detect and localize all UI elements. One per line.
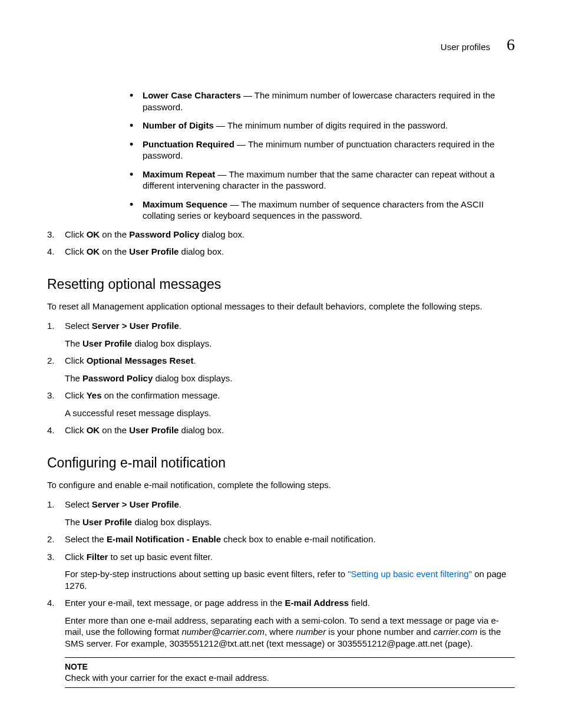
step-bold: OK — [87, 246, 100, 256]
step-bold: Yes — [87, 390, 102, 400]
step-text: The — [65, 373, 82, 383]
bullet-item: Maximum Repeat — The maximum number that… — [130, 169, 515, 192]
step-bold: Optional Messages Reset — [87, 355, 194, 365]
step-bold: User Profile — [82, 338, 132, 348]
step-text: on the — [100, 229, 129, 239]
step-text: dialog box. — [178, 246, 224, 256]
step-item: Enter your e-mail, text message, or page… — [47, 597, 515, 688]
step-sub: The User Profile dialog box displays. — [65, 338, 515, 350]
step-bold: Filter — [87, 552, 108, 562]
step-italic: carrier.com — [434, 627, 477, 637]
reset-steps: Select Server > User Profile. The User P… — [47, 320, 515, 436]
step-sub: For step-by-step instructions about sett… — [65, 568, 515, 591]
note-block: NOTE Check with your carrier for the exa… — [65, 657, 515, 688]
step-item: Click OK on the User Profile dialog box. — [47, 246, 515, 258]
bullet-term: Lower Case Characters — [143, 90, 241, 100]
step-text: dialog box. — [178, 425, 224, 435]
bullet-item: Number of Digits — The minimum number of… — [130, 120, 515, 131]
step-italic: number@carrier.com — [181, 627, 265, 637]
bullet-desc: — The minimum number of digits required … — [214, 120, 448, 130]
step-text: The — [65, 338, 82, 348]
step-bold: E-mail Address — [285, 598, 349, 608]
step-text: Select — [65, 499, 92, 509]
email-steps: Select Server > User Profile. The User P… — [47, 499, 515, 688]
note-label: NOTE — [65, 661, 515, 672]
step-text: dialog box displays. — [153, 373, 232, 383]
bullet-item: Lower Case Characters — The minimum numb… — [130, 90, 515, 113]
step-text: Click — [65, 552, 87, 562]
step-sub: The User Profile dialog box displays. — [65, 516, 515, 528]
step-bold: User Profile — [129, 246, 178, 256]
step-text: on the — [100, 425, 129, 435]
step-text: For step-by-step instructions about sett… — [65, 569, 348, 579]
step-text: is your phone number and — [326, 627, 434, 637]
step-item: Click Optional Messages Reset. The Passw… — [47, 355, 515, 384]
step-sub: Enter more than one e-mail address, sepa… — [65, 615, 515, 650]
step-text: Click — [65, 229, 87, 239]
page: User profiles 6 Lower Case Characters — … — [0, 0, 562, 728]
step-item: Click OK on the User Profile dialog box. — [47, 424, 515, 436]
step-text: field. — [349, 598, 370, 608]
heading-email: Configuring e-mail notification — [47, 455, 515, 471]
step-text: The — [65, 517, 82, 527]
email-intro: To configure and enable e-mail notificat… — [47, 479, 515, 491]
step-sub: The Password Policy dialog box displays. — [65, 373, 515, 384]
step-bold: User Profile — [129, 425, 178, 435]
page-header: User profiles 6 — [47, 35, 515, 54]
step-bold: OK — [87, 229, 100, 239]
step-item: Click Filter to set up basic event filte… — [47, 551, 515, 592]
heading-reset: Resetting optional messages — [47, 276, 515, 292]
password-policy-bullets: Lower Case Characters — The minimum numb… — [130, 90, 515, 222]
step-text: to set up basic event filter. — [108, 552, 213, 562]
step-item: Select the E-mail Notification - Enable … — [47, 533, 515, 545]
step-italic: number — [296, 627, 326, 637]
step-bold: Password Policy — [82, 373, 153, 383]
step-sub: A successful reset message displays. — [65, 407, 515, 419]
step-bold: Server > User Profile — [92, 499, 179, 509]
bullet-item: Punctuation Required — The minimum numbe… — [130, 139, 515, 162]
bullet-term: Maximum Sequence — [143, 199, 227, 209]
step-text: Select — [65, 321, 92, 331]
step-text: on the — [100, 246, 129, 256]
step-text: check box to enable e-mail notification. — [221, 534, 376, 544]
reset-intro: To reset all Management application opti… — [47, 301, 515, 312]
policy-steps-continued: Click OK on the Password Policy dialog b… — [47, 229, 515, 258]
step-text: Select the — [65, 534, 107, 544]
step-text: dialog box displays. — [132, 338, 211, 348]
step-text: on the confirmation message. — [102, 390, 220, 400]
note-body: Check with your carrier for the exact e-… — [65, 672, 515, 684]
step-bold: User Profile — [82, 517, 132, 527]
cross-ref-link[interactable]: "Setting up basic event filtering" — [348, 569, 472, 579]
step-item: Select Server > User Profile. The User P… — [47, 320, 515, 349]
step-text: dialog box. — [199, 229, 244, 239]
step-text: Click — [65, 425, 87, 435]
step-text: . — [179, 321, 181, 331]
bullet-item: Maximum Sequence — The maximum number of… — [130, 199, 515, 222]
step-bold: OK — [87, 425, 100, 435]
step-bold: Password Policy — [129, 229, 199, 239]
bullet-term: Punctuation Required — [143, 139, 234, 149]
step-text: Click — [65, 355, 87, 365]
main-content: Lower Case Characters — The minimum numb… — [130, 90, 515, 688]
bullet-term: Number of Digits — [143, 120, 214, 130]
step-text: Enter your e-mail, text message, or page… — [65, 598, 285, 608]
step-text: Click — [65, 390, 87, 400]
step-bold: Server > User Profile — [92, 321, 179, 331]
step-text: dialog box displays. — [132, 517, 211, 527]
bullet-term: Maximum Repeat — [143, 169, 215, 179]
step-text: Click — [65, 246, 87, 256]
step-text: , where — [265, 627, 296, 637]
step-item: Click OK on the Password Policy dialog b… — [47, 229, 515, 241]
step-item: Click Yes on the confirmation message. A… — [47, 390, 515, 419]
step-text: . — [193, 355, 196, 365]
header-section: User profiles — [441, 42, 490, 52]
header-chapter-number: 6 — [507, 35, 515, 54]
step-item: Select Server > User Profile. The User P… — [47, 499, 515, 528]
step-bold: E-mail Notification - Enable — [107, 534, 221, 544]
step-text: . — [179, 499, 181, 509]
